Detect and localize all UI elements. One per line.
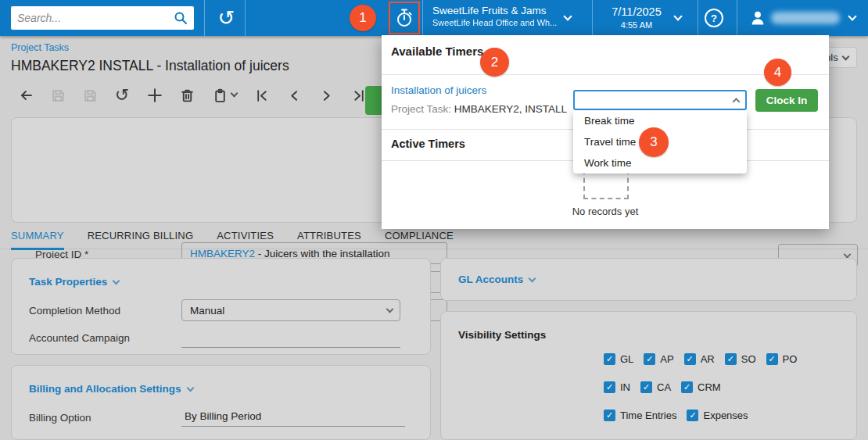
user-icon[interactable]	[749, 9, 766, 27]
divider	[737, 0, 737, 36]
checkbox-checked-icon	[681, 381, 693, 393]
help-icon: ?	[711, 13, 717, 24]
accounted-campaign-label: Accounted Campaign	[29, 332, 130, 344]
project-task-line: Project Task: HMBAKERY2, INSTALL	[391, 103, 567, 115]
task-properties-title: Task Properties	[29, 276, 107, 288]
timer-callout-outline	[389, 2, 420, 34]
task-properties-header[interactable]: Task Properties	[29, 276, 119, 288]
billing-allocation-header[interactable]: Billing and Allocation Settings	[29, 383, 193, 395]
tab-recurring-billing[interactable]: RECURRING BILLING	[88, 230, 194, 250]
company-selector[interactable]: SweetLife Fruits & Jams SweetLife Head O…	[432, 5, 557, 29]
checkbox-ap[interactable]: AP	[644, 353, 673, 365]
go-first-button[interactable]	[253, 87, 271, 104]
project-task-label: Project Task:	[391, 103, 451, 115]
chevron-down-icon	[186, 384, 194, 392]
back-button[interactable]	[17, 87, 34, 104]
accounted-campaign-field[interactable]	[181, 327, 400, 348]
checkbox-checked-icon	[604, 353, 615, 365]
checkbox-in[interactable]: IN	[604, 381, 630, 393]
timers-flyout-panel: Available Timers Installation of juicers…	[382, 35, 829, 229]
callout-badge-3: 3	[639, 127, 669, 157]
top-bar: ↺ SweetLife Fruits & Jams SweetLife Head…	[0, 0, 868, 36]
project-task-value: HMBAKERY2, INSTALL	[454, 103, 567, 115]
gl-accounts-header[interactable]: GL Accounts	[458, 274, 535, 285]
completion-method-label: Completion Method	[29, 305, 120, 317]
search-icon	[174, 11, 188, 25]
visibility-row-2: IN CA CRM	[604, 381, 721, 393]
page-title: HMBAKERY2 INSTALL - Installation of juic…	[11, 58, 289, 74]
checkbox-checked-icon	[684, 353, 696, 365]
checkbox-checked-icon	[687, 410, 698, 421]
record-toolbar: ↺	[0, 81, 391, 109]
callout-badge-4: 4	[764, 59, 791, 86]
user-name-redacted	[771, 12, 840, 24]
checkbox-checked-icon	[604, 381, 615, 393]
gl-accounts-title: GL Accounts	[458, 274, 523, 285]
checkbox-crm[interactable]: CRM	[681, 381, 721, 393]
chevron-down-icon	[841, 52, 849, 60]
checkbox-expenses[interactable]: Expenses	[687, 410, 748, 421]
divider	[698, 0, 698, 36]
delete-button[interactable]	[178, 87, 195, 104]
callout-badge-1: 1	[350, 5, 376, 31]
tab-summary[interactable]: SUMMARY	[11, 230, 64, 250]
billing-option-field[interactable]: By Billing Period	[181, 406, 405, 427]
save-button[interactable]	[81, 87, 99, 104]
history-icon: ↺	[218, 8, 235, 28]
billing-allocation-panel: Billing and Allocation Settings Billing …	[11, 365, 431, 440]
active-timers-title: Active Timers	[391, 138, 465, 150]
clock-in-button[interactable]: Clock In	[755, 89, 818, 112]
stopwatch-icon	[395, 8, 414, 28]
tab-compliance[interactable]: COMPLIANCE	[385, 230, 454, 250]
checkbox-po[interactable]: PO	[766, 353, 798, 365]
visibility-row-1: GL AP AR SO PO	[604, 353, 797, 365]
chevron-down-icon	[529, 274, 536, 282]
checkbox-ca[interactable]: CA	[640, 381, 671, 393]
global-search[interactable]	[11, 6, 194, 30]
copy-paste-button[interactable]	[211, 87, 228, 104]
tab-attributes[interactable]: ATTRIBUTES	[297, 230, 361, 250]
cancel-undo-button[interactable]: ↺	[113, 87, 131, 104]
chevron-down-icon[interactable]	[231, 90, 239, 98]
add-new-button[interactable]	[146, 87, 163, 104]
business-time: 4:55 AM	[601, 20, 673, 30]
business-date-selector[interactable]: 7/11/2025 4:55 AM	[601, 5, 673, 30]
completion-method-combo[interactable]: Manual	[181, 299, 400, 321]
tab-activities[interactable]: ACTIVITIES	[217, 230, 274, 250]
divider	[422, 0, 423, 36]
checkbox-checked-icon	[640, 381, 652, 393]
tab-strip: SUMMARY RECURRING BILLING ACTIVITIES ATT…	[11, 230, 454, 250]
time-type-combobox[interactable]	[573, 90, 747, 110]
timer-task-link[interactable]: Installation of juicers	[391, 84, 486, 96]
checkbox-so[interactable]: SO	[725, 353, 756, 365]
chevron-down-icon	[563, 12, 572, 20]
empty-state-text: No records yet	[382, 206, 829, 217]
search-input[interactable]	[17, 12, 174, 24]
divider	[592, 0, 593, 36]
divider	[204, 0, 205, 36]
visibility-settings-panel: Visibility Settings GL AP AR SO PO IN CA…	[440, 311, 857, 440]
checkbox-checked-icon	[725, 353, 737, 365]
empty-state-icon	[583, 170, 629, 199]
checkbox-checked-icon	[644, 353, 655, 365]
go-last-button[interactable]	[350, 87, 367, 104]
checkbox-gl[interactable]: GL	[604, 353, 633, 365]
help-button[interactable]: ?	[705, 9, 723, 27]
go-next-button[interactable]	[317, 87, 335, 104]
billing-option-label: Billing Option	[29, 412, 91, 424]
checkbox-ar[interactable]: AR	[684, 353, 715, 365]
business-events-history-button[interactable]: ↺	[208, 0, 245, 36]
visibility-row-3: Time Entries Expenses	[604, 410, 748, 421]
gl-accounts-panel: GL Accounts	[440, 258, 857, 301]
timers-button[interactable]	[390, 3, 418, 33]
save-close-button[interactable]	[49, 87, 66, 104]
billing-allocation-title: Billing and Allocation Settings	[29, 383, 181, 395]
checkbox-checked-icon	[766, 353, 778, 365]
breadcrumb[interactable]: Project Tasks	[11, 42, 69, 53]
completion-method-value: Manual	[190, 305, 224, 317]
divider	[382, 74, 829, 75]
checkbox-time-entries[interactable]: Time Entries	[604, 410, 676, 421]
company-name: SweetLife Fruits & Jams	[432, 5, 557, 18]
chevron-down-icon[interactable]	[848, 12, 856, 20]
go-previous-button[interactable]	[285, 87, 303, 104]
